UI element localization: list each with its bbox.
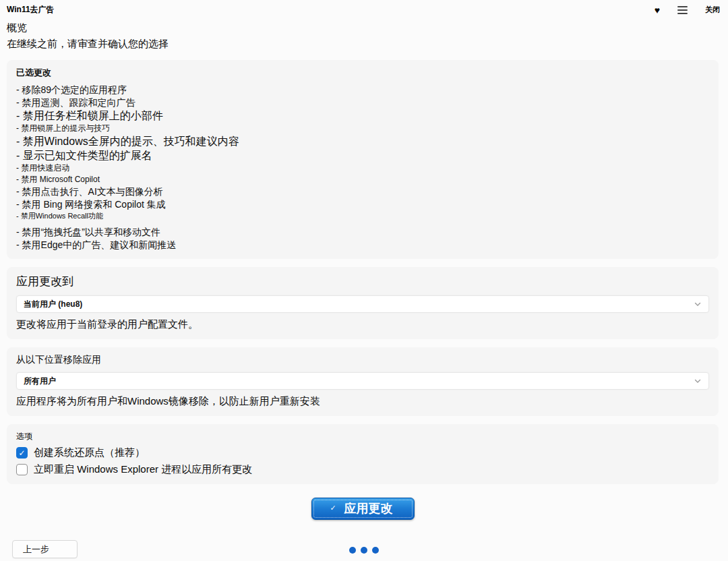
- app-title: Win11去广告: [7, 4, 55, 16]
- pager-dot: [349, 547, 356, 554]
- change-item: - 显示已知文件类型的扩展名: [16, 148, 709, 163]
- main-content: 已选更改 - 移除89个选定的应用程序 - 禁用遥测、跟踪和定向广告 - 禁用任…: [0, 60, 728, 520]
- change-item: - 禁用Windows全屏内的提示、技巧和建议内容: [16, 134, 709, 148]
- restart-explorer-checkbox-row[interactable]: ✓ 立即重启 Windows Explorer 进程以应用所有更改: [16, 463, 709, 476]
- pager-dot: [372, 547, 379, 554]
- page-header: 概览 在继续之前，请审查并确认您的选择: [0, 16, 728, 51]
- remove-from-description: 应用程序将为所有用户和Windows镜像移除，以防止新用户重新安装: [16, 395, 709, 408]
- restore-point-label: 创建系统还原点（推荐）: [34, 446, 145, 459]
- selected-changes-panel: 已选更改 - 移除89个选定的应用程序 - 禁用遥测、跟踪和定向广告 - 禁用任…: [7, 60, 719, 259]
- apply-to-description: 更改将应用于当前登录的用户配置文件。: [16, 318, 709, 331]
- footer: 上一步: [0, 539, 728, 558]
- apply-changes-label: 应用更改: [344, 500, 393, 516]
- chevron-down-icon: [694, 377, 702, 385]
- close-button[interactable]: 关闭: [705, 5, 720, 15]
- change-item: - 禁用Windows Recall功能: [16, 210, 709, 221]
- change-item: - 移除89个选定的应用程序: [16, 84, 709, 96]
- change-item: - 禁用快速启动: [16, 163, 709, 174]
- apply-changes-button[interactable]: ✓ 应用更改: [311, 498, 415, 520]
- checkbox-checked-icon[interactable]: ✓: [16, 447, 28, 459]
- remove-from-title: 从以下位置移除应用: [16, 354, 709, 366]
- apply-to-panel: 应用更改到 当前用户 (heu8) 更改将应用于当前登录的用户配置文件。: [7, 267, 719, 339]
- title-bar: Win11去广告 ♥ 关闭: [0, 0, 728, 16]
- change-item: - 禁用点击执行、AI文本与图像分析: [16, 185, 709, 198]
- chevron-down-icon: [694, 300, 702, 308]
- apply-to-selected-value: 当前用户 (heu8): [24, 299, 82, 310]
- apply-button-container: ✓ 应用更改: [7, 498, 719, 520]
- restart-explorer-label: 立即重启 Windows Explorer 进程以应用所有更改: [34, 463, 252, 476]
- change-item: - 禁用 Bing 网络搜索和 Copilot 集成: [16, 198, 709, 211]
- check-icon: ✓: [330, 504, 336, 512]
- remove-from-select[interactable]: 所有用户: [16, 372, 709, 390]
- restore-point-checkbox-row[interactable]: ✓ 创建系统还原点（推荐）: [16, 446, 709, 459]
- change-item: - 禁用Edge中的广告、建议和新闻推送: [16, 239, 709, 252]
- selected-changes-title: 已选更改: [16, 67, 709, 79]
- heart-icon[interactable]: ♥: [655, 5, 660, 15]
- change-item: - 禁用“拖拽托盘”以共享和移动文件: [16, 226, 709, 239]
- options-panel: 选项 ✓ 创建系统还原点（推荐） ✓ 立即重启 Windows Explorer…: [7, 424, 719, 484]
- pager-dot: [361, 547, 367, 554]
- apply-to-select[interactable]: 当前用户 (heu8): [16, 295, 709, 313]
- change-item: - 禁用 Microsoft Copilot: [16, 174, 709, 185]
- back-button[interactable]: 上一步: [12, 540, 78, 558]
- hamburger-menu-icon[interactable]: [676, 5, 689, 16]
- remove-from-selected-value: 所有用户: [24, 376, 56, 387]
- change-item: - 禁用锁屏上的提示与技巧: [16, 123, 709, 134]
- page-subtitle: 在继续之前，请审查并确认您的选择: [7, 38, 721, 51]
- titlebar-actions: ♥ 关闭: [655, 5, 721, 16]
- options-title: 选项: [16, 431, 709, 442]
- page-title: 概览: [7, 22, 721, 34]
- apply-to-title: 应用更改到: [16, 274, 709, 289]
- page-indicator-dots: [349, 547, 379, 554]
- checkbox-unchecked-icon[interactable]: ✓: [16, 464, 28, 475]
- change-item: - 禁用遥测、跟踪和定向广告: [16, 96, 709, 109]
- remove-from-panel: 从以下位置移除应用 所有用户 应用程序将为所有用户和Windows镜像移除，以防…: [7, 347, 719, 416]
- change-item: - 禁用任务栏和锁屏上的小部件: [16, 109, 709, 123]
